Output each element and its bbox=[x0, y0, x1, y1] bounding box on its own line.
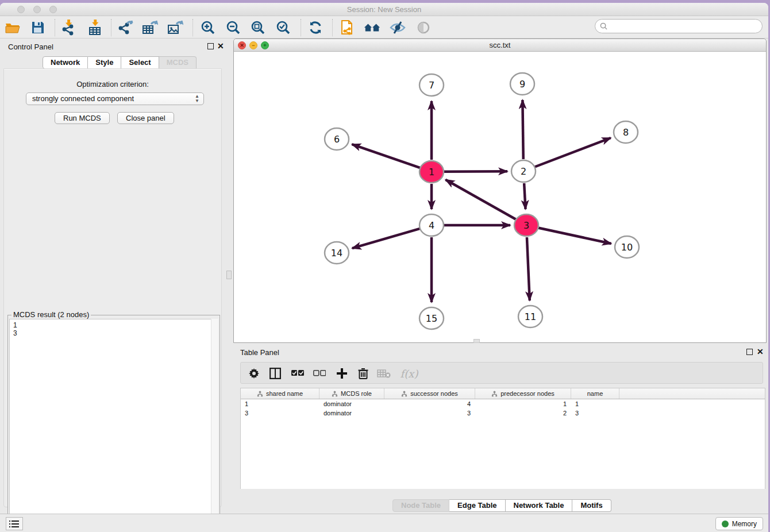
mcds-result-group: MCDS result (2 nodes) 1 3 bbox=[7, 315, 220, 532]
export-network-icon[interactable] bbox=[117, 19, 134, 36]
open-session-icon[interactable] bbox=[4, 19, 21, 36]
zoom-out-icon[interactable] bbox=[225, 19, 242, 36]
column-header-MCDS-role[interactable]: MCDS role bbox=[319, 388, 384, 399]
cell-predecessor-nodes[interactable]: 2 bbox=[475, 408, 571, 418]
result-scrollbar[interactable] bbox=[211, 319, 218, 530]
graph-node-3[interactable]: 3 bbox=[514, 214, 538, 236]
cell-shared-name[interactable]: 1 bbox=[241, 399, 319, 408]
cell-MCDS-role[interactable]: dominator bbox=[319, 408, 384, 418]
optimization-criterion-select[interactable]: strongly connected component ▲▼ bbox=[26, 92, 204, 105]
close-panel-icon[interactable]: ✕ bbox=[217, 41, 224, 51]
tab-network-table[interactable]: Network Table bbox=[506, 499, 573, 512]
graph-node-1[interactable]: 1 bbox=[419, 161, 444, 183]
graph-node-6[interactable]: 6 bbox=[325, 128, 349, 150]
cell-MCDS-role[interactable]: dominator bbox=[319, 399, 384, 408]
edge-3-11[interactable] bbox=[527, 237, 530, 300]
graph-node-14[interactable]: 14 bbox=[325, 242, 349, 264]
graph-node-8[interactable]: 8 bbox=[614, 121, 638, 143]
column-type-icon bbox=[491, 391, 498, 397]
graph-node-9[interactable]: 9 bbox=[510, 73, 534, 95]
cell-predecessor-nodes[interactable]: 1 bbox=[475, 399, 571, 408]
edge-3-10[interactable] bbox=[538, 228, 611, 244]
graph-node-10[interactable]: 10 bbox=[615, 236, 639, 258]
zoom-fit-icon[interactable] bbox=[249, 19, 267, 36]
cell-name[interactable]: 3 bbox=[571, 408, 619, 418]
select-all-icon[interactable] bbox=[289, 365, 306, 382]
control-panel-header: Control Panel ✕ bbox=[0, 38, 225, 55]
graph-node-15[interactable]: 15 bbox=[419, 307, 444, 329]
tab-style[interactable]: Style bbox=[88, 56, 121, 69]
column-header-name[interactable]: name bbox=[571, 388, 619, 399]
delete-table-icon[interactable] bbox=[375, 365, 392, 382]
tab-edge-table[interactable]: Edge Table bbox=[449, 499, 505, 512]
search-input[interactable] bbox=[610, 22, 762, 30]
zoom-selected-icon[interactable] bbox=[275, 19, 292, 36]
cell-successor-nodes[interactable]: 3 bbox=[384, 408, 475, 418]
export-table-icon[interactable] bbox=[141, 19, 159, 36]
edge-3-1[interactable] bbox=[445, 180, 515, 219]
cell-name[interactable]: 1 bbox=[571, 399, 619, 408]
tab-motifs[interactable]: Motifs bbox=[572, 499, 611, 512]
import-network-icon[interactable] bbox=[60, 19, 77, 36]
function-builder-icon[interactable]: f(x) bbox=[397, 365, 421, 382]
network-window-title: scc.txt bbox=[234, 41, 766, 49]
edge-4-14[interactable] bbox=[352, 229, 420, 248]
tab-node-table[interactable]: Node Table bbox=[392, 499, 449, 512]
network-graph[interactable]: 7968124314101511 bbox=[234, 52, 766, 342]
selected-option: strongly connected component bbox=[32, 94, 134, 103]
svg-text:3: 3 bbox=[523, 220, 529, 231]
column-layout-icon[interactable] bbox=[267, 365, 284, 382]
edge-2-3[interactable] bbox=[524, 183, 525, 209]
hide-selected-icon[interactable] bbox=[389, 19, 406, 36]
column-type-icon bbox=[332, 391, 338, 397]
status-bar: Memory bbox=[0, 514, 768, 532]
layout-refresh-icon[interactable] bbox=[307, 19, 324, 36]
save-session-icon[interactable] bbox=[29, 19, 47, 36]
table-options-gear-icon[interactable] bbox=[245, 365, 263, 382]
edge-2-8[interactable] bbox=[535, 138, 611, 167]
export-image-icon[interactable] bbox=[167, 19, 184, 36]
delete-column-icon[interactable] bbox=[355, 365, 372, 382]
graph-node-4[interactable]: 4 bbox=[419, 214, 444, 236]
mcds-result-text[interactable]: 1 3 bbox=[9, 319, 218, 530]
cell-shared-name[interactable]: 3 bbox=[241, 408, 319, 418]
cell-successor-nodes[interactable]: 4 bbox=[384, 399, 475, 408]
tab-select[interactable]: Select bbox=[121, 56, 159, 69]
deselect-all-icon[interactable] bbox=[311, 365, 328, 382]
close-table-panel-icon[interactable]: ✕ bbox=[757, 347, 764, 356]
task-list-icon bbox=[9, 520, 20, 528]
import-table-icon[interactable] bbox=[86, 19, 103, 36]
column-header-predecessor-nodes[interactable]: predecessor nodes bbox=[475, 388, 571, 399]
column-header-shared-name[interactable]: shared name bbox=[241, 388, 319, 399]
show-all-icon[interactable] bbox=[415, 19, 432, 36]
zoom-in-icon[interactable] bbox=[199, 19, 217, 36]
run-mcds-button[interactable]: Run MCDS bbox=[55, 112, 110, 124]
column-header-successor-nodes[interactable]: successor nodes bbox=[384, 388, 475, 399]
edge-1-6[interactable] bbox=[352, 144, 420, 168]
tab-mcds[interactable]: MCDS bbox=[159, 56, 197, 69]
float-table-panel-icon[interactable] bbox=[746, 349, 753, 355]
main-toolbar bbox=[0, 17, 768, 38]
horizontal-splitter-grip[interactable] bbox=[473, 339, 480, 343]
column-type-icon bbox=[257, 391, 263, 397]
memory-button[interactable]: Memory bbox=[715, 517, 763, 530]
search-field[interactable] bbox=[595, 19, 763, 33]
table-row[interactable]: 1dominator411 bbox=[241, 399, 765, 408]
graph-node-7[interactable]: 7 bbox=[419, 74, 444, 96]
create-column-icon[interactable] bbox=[333, 365, 351, 382]
edge-1-2[interactable] bbox=[444, 171, 507, 172]
vertical-splitter-grip[interactable] bbox=[226, 271, 232, 279]
table-row[interactable]: 3dominator323 bbox=[241, 408, 765, 418]
tab-network[interactable]: Network bbox=[43, 56, 88, 69]
network-window-titlebar[interactable]: ✕ − + scc.txt bbox=[234, 39, 766, 52]
graph-node-2[interactable]: 2 bbox=[511, 160, 536, 182]
edge-2-9[interactable] bbox=[522, 100, 523, 159]
network-canvas[interactable]: 7968124314101511 bbox=[234, 52, 766, 342]
task-history-button[interactable] bbox=[6, 517, 23, 530]
graph-node-11[interactable]: 11 bbox=[518, 306, 542, 327]
svg-text:7: 7 bbox=[429, 80, 434, 91]
close-panel-button[interactable]: Close panel bbox=[117, 112, 174, 124]
first-neighbors-icon[interactable] bbox=[364, 19, 381, 36]
copy-network-icon[interactable] bbox=[338, 19, 356, 36]
float-panel-icon[interactable] bbox=[207, 43, 214, 49]
